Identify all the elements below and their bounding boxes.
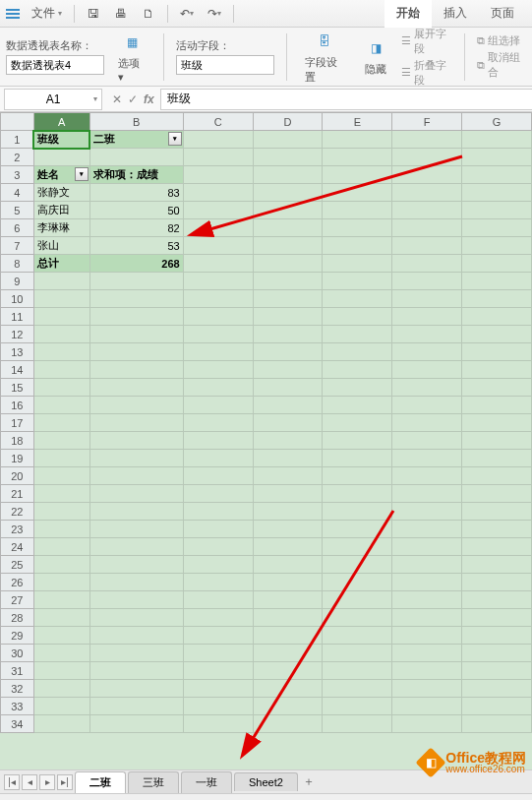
cell-F14[interactable] bbox=[392, 361, 462, 379]
row-header-17[interactable]: 17 bbox=[1, 414, 34, 432]
cell-B24[interactable] bbox=[89, 538, 183, 556]
cell-A5[interactable]: 高庆田 bbox=[33, 202, 89, 219]
cell-D34[interactable] bbox=[253, 715, 323, 733]
cell-A19[interactable] bbox=[33, 450, 89, 467]
cell-C28[interactable] bbox=[183, 609, 253, 627]
cell-G28[interactable] bbox=[462, 609, 532, 627]
cell-C10[interactable] bbox=[183, 290, 253, 308]
cell-B10[interactable] bbox=[89, 290, 183, 308]
cell-G7[interactable] bbox=[462, 237, 532, 255]
cell-F27[interactable] bbox=[392, 591, 462, 609]
cell-A15[interactable] bbox=[33, 379, 89, 397]
cell-F21[interactable] bbox=[392, 485, 462, 503]
cell-D24[interactable] bbox=[253, 538, 323, 556]
sheet-tab[interactable]: 一班 bbox=[181, 771, 232, 793]
row-header-27[interactable]: 27 bbox=[1, 591, 34, 609]
cell-C3[interactable] bbox=[183, 166, 253, 184]
group-select-button[interactable]: ⧉ 组选择 bbox=[477, 33, 526, 48]
cell-C17[interactable] bbox=[183, 414, 253, 432]
cell-A11[interactable] bbox=[33, 308, 89, 326]
cell-C34[interactable] bbox=[183, 715, 253, 733]
cell-G31[interactable] bbox=[462, 662, 532, 680]
hide-button[interactable]: ◨ 隐藏 bbox=[358, 34, 393, 79]
cell-B32[interactable] bbox=[89, 680, 183, 698]
cell-D4[interactable] bbox=[253, 184, 323, 202]
cell-B4[interactable]: 83 bbox=[89, 184, 183, 202]
row-header-28[interactable]: 28 bbox=[1, 609, 34, 627]
cell-G29[interactable] bbox=[462, 627, 532, 645]
cell-G11[interactable] bbox=[462, 308, 532, 326]
fx-icon[interactable]: fx bbox=[144, 92, 154, 106]
cell-D17[interactable] bbox=[253, 414, 323, 432]
cell-C6[interactable] bbox=[183, 219, 253, 237]
cell-D10[interactable] bbox=[253, 290, 323, 308]
cell-A7[interactable]: 张山 bbox=[33, 237, 89, 255]
cell-G24[interactable] bbox=[462, 538, 532, 556]
row-header-34[interactable]: 34 bbox=[1, 715, 34, 733]
row-header-18[interactable]: 18 bbox=[1, 432, 34, 450]
cell-C30[interactable] bbox=[183, 645, 253, 662]
cell-D23[interactable] bbox=[253, 521, 323, 538]
tab-insert[interactable]: 插入 bbox=[432, 0, 479, 28]
col-header-E[interactable]: E bbox=[323, 113, 392, 131]
col-header-F[interactable]: F bbox=[392, 113, 462, 131]
row-header-4[interactable]: 4 bbox=[1, 184, 34, 202]
cell-A31[interactable] bbox=[33, 662, 89, 680]
cell-C4[interactable] bbox=[183, 184, 253, 202]
cell-E10[interactable] bbox=[323, 290, 392, 308]
cell-G30[interactable] bbox=[462, 645, 532, 662]
cell-B30[interactable] bbox=[89, 645, 183, 662]
col-header-D[interactable]: D bbox=[253, 113, 323, 131]
cell-A32[interactable] bbox=[33, 680, 89, 698]
cell-C2[interactable] bbox=[183, 149, 253, 166]
cell-E28[interactable] bbox=[323, 609, 392, 627]
cell-C15[interactable] bbox=[183, 379, 253, 397]
row-header-32[interactable]: 32 bbox=[1, 680, 34, 698]
cell-E33[interactable] bbox=[323, 698, 392, 715]
first-sheet-button[interactable]: |◂ bbox=[4, 774, 20, 790]
cell-A16[interactable] bbox=[33, 397, 89, 414]
cell-F25[interactable] bbox=[392, 556, 462, 574]
cell-A4[interactable]: 张静文 bbox=[33, 184, 89, 202]
cell-A8[interactable]: 总计 bbox=[33, 255, 89, 273]
cell-E32[interactable] bbox=[323, 680, 392, 698]
cell-B16[interactable] bbox=[89, 397, 183, 414]
cell-D12[interactable] bbox=[253, 326, 323, 343]
cell-B8[interactable]: 268 bbox=[89, 255, 183, 273]
cell-G10[interactable] bbox=[462, 290, 532, 308]
cell-A12[interactable] bbox=[33, 326, 89, 343]
cell-A27[interactable] bbox=[33, 591, 89, 609]
cell-A23[interactable] bbox=[33, 521, 89, 538]
cell-D5[interactable] bbox=[253, 202, 323, 219]
cell-B33[interactable] bbox=[89, 698, 183, 715]
cell-D7[interactable] bbox=[253, 237, 323, 255]
row-header-21[interactable]: 21 bbox=[1, 485, 34, 503]
cell-G19[interactable] bbox=[462, 450, 532, 467]
cell-B34[interactable] bbox=[89, 715, 183, 733]
cell-C29[interactable] bbox=[183, 627, 253, 645]
row-header-29[interactable]: 29 bbox=[1, 627, 34, 645]
cell-D2[interactable] bbox=[253, 149, 323, 166]
cell-E8[interactable] bbox=[323, 255, 392, 273]
cell-C18[interactable] bbox=[183, 432, 253, 450]
cell-B28[interactable] bbox=[89, 609, 183, 627]
cell-C11[interactable] bbox=[183, 308, 253, 326]
row-header-16[interactable]: 16 bbox=[1, 397, 34, 414]
cell-B19[interactable] bbox=[89, 450, 183, 467]
expand-field-button[interactable]: ☰ 展开字段 bbox=[401, 27, 452, 56]
cell-B5[interactable]: 50 bbox=[89, 202, 183, 219]
cell-B7[interactable]: 53 bbox=[89, 237, 183, 255]
confirm-icon[interactable]: ✓ bbox=[128, 92, 138, 106]
row-header-5[interactable]: 5 bbox=[1, 202, 34, 219]
cell-B31[interactable] bbox=[89, 662, 183, 680]
cell-G3[interactable] bbox=[462, 166, 532, 184]
cell-B20[interactable] bbox=[89, 467, 183, 485]
row-header-26[interactable]: 26 bbox=[1, 574, 34, 591]
cell-G1[interactable] bbox=[462, 131, 532, 149]
print-preview-icon[interactable]: 🗋 bbox=[136, 3, 161, 25]
cell-C13[interactable] bbox=[183, 343, 253, 361]
cell-F11[interactable] bbox=[392, 308, 462, 326]
cell-F3[interactable] bbox=[392, 166, 462, 184]
row-header-15[interactable]: 15 bbox=[1, 379, 34, 397]
cell-G18[interactable] bbox=[462, 432, 532, 450]
